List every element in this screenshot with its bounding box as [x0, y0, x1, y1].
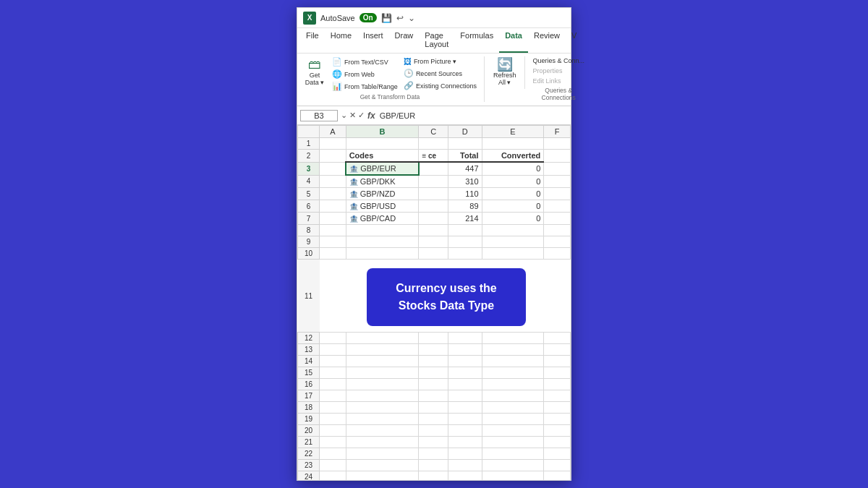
sheet-table: A B C D E F 1	[297, 125, 571, 480]
table-row: 24	[298, 471, 571, 481]
cell-d1[interactable]	[448, 138, 482, 150]
cell-c5[interactable]	[419, 188, 448, 200]
cell-c2[interactable]: ≡ ce	[419, 150, 448, 163]
cell-a3[interactable]	[320, 162, 346, 175]
cell-c4[interactable]	[419, 175, 448, 188]
tab-data[interactable]: Data	[499, 28, 528, 53]
cell-d5[interactable]: 110	[448, 188, 482, 200]
cell-b3[interactable]: 🏦 GBP/EUR	[346, 162, 419, 175]
cancel-formula-icon[interactable]: ✕	[349, 111, 356, 120]
cell-d2[interactable]: Total	[448, 150, 482, 163]
tab-draw[interactable]: Draw	[389, 28, 420, 53]
tab-pagelayout[interactable]: Page Layout	[419, 28, 454, 53]
cell-e6[interactable]: 0	[482, 200, 544, 213]
cell-reference-box[interactable]: B3	[300, 110, 338, 121]
cell-c7[interactable]	[419, 213, 448, 225]
tab-file[interactable]: File	[300, 28, 325, 53]
annotation-row: 11 Currency uses the Stocks Data Type	[298, 260, 571, 333]
cell-f7[interactable]	[544, 213, 571, 225]
queries-connections-button[interactable]: Queries & Conn...	[531, 56, 586, 65]
cell-a1[interactable]	[320, 138, 346, 150]
tab-review[interactable]: Review	[528, 28, 566, 53]
cell-e5[interactable]: 0	[482, 188, 544, 200]
refresh-all-button[interactable]: 🔄 Refresh All ▾	[490, 56, 519, 87]
total-header: Total	[460, 151, 478, 160]
cell-e4[interactable]: 0	[482, 175, 544, 188]
tab-view[interactable]: V	[566, 28, 582, 53]
queries-label: Queries & Connections	[531, 87, 586, 101]
from-picture-button[interactable]: 🖼 From Picture ▾	[402, 56, 478, 67]
tab-insert[interactable]: Insert	[357, 28, 389, 53]
cell-d7[interactable]: 214	[448, 213, 482, 225]
col-header-b[interactable]: B	[346, 126, 419, 138]
cell-f1[interactable]	[544, 138, 571, 150]
cell-b2[interactable]: Codes	[346, 150, 419, 163]
row-num-15: 15	[298, 367, 320, 379]
edit-links-button[interactable]: Edit Links	[531, 77, 586, 85]
cell-f5[interactable]	[544, 188, 571, 200]
properties-button[interactable]: Properties	[531, 67, 586, 75]
save-icon[interactable]: 💾	[381, 13, 392, 23]
undo-icon[interactable]: ↩	[396, 13, 404, 23]
tab-formulas[interactable]: Formulas	[454, 28, 499, 53]
cell-d4[interactable]: 310	[448, 175, 482, 188]
customize-icon[interactable]: ⌄	[408, 13, 415, 23]
cell-b1[interactable]	[346, 138, 419, 150]
row-num-16: 16	[298, 379, 320, 390]
col-header-c[interactable]: C	[419, 126, 448, 138]
row-num-13: 13	[298, 344, 320, 356]
currency-code-gbpusd: GBP/USD	[360, 202, 396, 210]
row-num-7: 7	[298, 213, 320, 225]
autosave-toggle[interactable]: On	[359, 13, 377, 22]
cell-f6[interactable]	[544, 200, 571, 213]
table-row: 7 🏦 GBP/CAD 214 0	[298, 213, 571, 225]
table-row: 9	[298, 236, 571, 248]
cell-c1[interactable]	[419, 138, 448, 150]
row-num-12: 12	[298, 333, 320, 344]
cell-d6[interactable]: 89	[448, 200, 482, 213]
get-transform-label: Get & Transform Data	[360, 93, 420, 100]
from-text-csv-button[interactable]: 📄 From Text/CSV	[331, 56, 399, 67]
cell-a7[interactable]	[320, 213, 346, 225]
cell-a6[interactable]	[320, 200, 346, 213]
confirm-formula-icon[interactable]: ✓	[358, 111, 365, 120]
col-header-f[interactable]: F	[544, 126, 571, 138]
expand-icon: ⌄	[341, 111, 347, 120]
col-header-e[interactable]: E	[482, 126, 544, 138]
row-num-4: 4	[298, 175, 320, 188]
formula-value[interactable]: GBP/EUR	[380, 111, 416, 120]
stock-data-icon: 🏦	[349, 190, 358, 198]
from-web-button[interactable]: 🌐 From Web	[331, 69, 399, 80]
stock-data-icon: 🏦	[349, 178, 358, 186]
annotation-text: Currency uses the Stocks Data Type	[396, 282, 497, 312]
spreadsheet: A B C D E F 1	[297, 125, 571, 480]
cell-f3[interactable]	[544, 162, 571, 175]
tab-home[interactable]: Home	[325, 28, 357, 53]
cell-c6[interactable]	[419, 200, 448, 213]
from-table-range-button[interactable]: 📊 From Table/Range	[331, 81, 399, 92]
cell-b5[interactable]: 🏦 GBP/NZD	[346, 188, 419, 200]
cell-b6[interactable]: 🏦 GBP/USD	[346, 200, 419, 213]
cell-f4[interactable]	[544, 175, 571, 188]
cell-d3[interactable]: 447	[448, 162, 482, 175]
cell-e2[interactable]: Converted	[482, 150, 544, 163]
cell-f2[interactable]	[544, 150, 571, 163]
cell-b7[interactable]: 🏦 GBP/CAD	[346, 213, 419, 225]
col-header-d[interactable]: D	[448, 126, 482, 138]
cell-a5[interactable]	[320, 188, 346, 200]
col-header-a[interactable]: A	[320, 126, 346, 138]
cell-e7[interactable]: 0	[482, 213, 544, 225]
recent-sources-button[interactable]: 🕒 Recent Sources	[402, 68, 478, 79]
cell-e3[interactable]: 0	[482, 162, 544, 175]
table-row: 3 🏦 GBP/EUR 447 0	[298, 162, 571, 175]
table-row: 18	[298, 402, 571, 414]
table-row: 20	[298, 425, 571, 437]
cell-b4[interactable]: 🏦 GBP/DKK	[346, 175, 419, 188]
get-data-button[interactable]: 🗃 Get Data ▾	[302, 56, 328, 87]
existing-connections-button[interactable]: 🔗 Existing Connections	[402, 80, 478, 91]
cell-c3[interactable]	[419, 162, 448, 175]
cell-a2[interactable]	[320, 150, 346, 163]
cell-e1[interactable]	[482, 138, 544, 150]
picture-icon: 🖼	[404, 57, 412, 66]
cell-a4[interactable]	[320, 175, 346, 188]
